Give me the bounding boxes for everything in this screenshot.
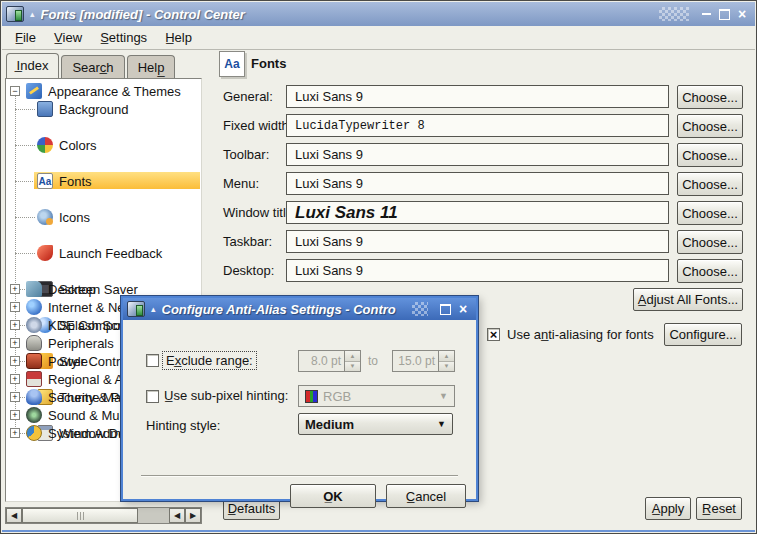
- subpixel-type-value: RGB: [323, 389, 351, 404]
- menu-view[interactable]: V̲iew: [45, 28, 91, 47]
- chevron-down-icon: ▼: [437, 419, 446, 429]
- menu-file[interactable]: F̲ile: [6, 28, 45, 47]
- tree-item-launch-feedback[interactable]: Launch Feedback: [6, 244, 201, 262]
- tree-item-icons[interactable]: Icons: [6, 208, 201, 226]
- app-icon: [6, 6, 24, 22]
- choose-toolbar-button[interactable]: Choose...: [677, 143, 743, 167]
- background-icon: [37, 101, 53, 117]
- choose-desktop-button[interactable]: Choose...: [677, 259, 743, 283]
- reset-button[interactable]: R̲eset: [696, 497, 742, 520]
- general-font-sample: Luxi Sans 9: [286, 85, 669, 108]
- hinting-style-label: Hinting style:: [146, 418, 220, 433]
- shade-icon[interactable]: ▴: [30, 9, 35, 19]
- to-label: to: [368, 354, 378, 368]
- fonts-module-icon: Aa: [219, 51, 245, 77]
- fonts-icon: Aa: [37, 173, 53, 189]
- choose-general-button[interactable]: Choose...: [677, 85, 743, 109]
- toolbar-font-sample: Luxi Sans 9: [286, 143, 669, 166]
- kde-components-icon: [26, 317, 42, 333]
- dialog-title: Configure Anti-Alias Settings - Contro: [162, 302, 412, 317]
- range-to-spinbox[interactable]: 15.0 pt ▲ ▼: [392, 350, 455, 372]
- tab-search[interactable]: Searc̲h: [61, 55, 125, 78]
- subpixel-type-dropdown[interactable]: RGB ▼: [298, 385, 455, 407]
- shade-icon[interactable]: ▴: [151, 304, 156, 314]
- fixed-width-font-sample: LucidaTypewriter 8: [286, 114, 669, 137]
- maximize-button[interactable]: [715, 6, 733, 22]
- configure-button[interactable]: Configure...: [664, 323, 742, 346]
- menu-settings[interactable]: S̲ettings: [91, 28, 156, 47]
- expand-icon[interactable]: +: [10, 284, 20, 294]
- ok-button[interactable]: O̲K: [290, 484, 376, 508]
- page-title: Fonts: [251, 56, 286, 71]
- scrollbar-track[interactable]: [138, 508, 169, 523]
- tree-item-background[interactable]: Background: [6, 100, 201, 118]
- subpixel-hinting-checkbox[interactable]: [146, 390, 159, 403]
- expand-icon[interactable]: +: [10, 374, 20, 384]
- choose-fixed-width-button[interactable]: Choose...: [677, 114, 743, 138]
- expand-icon[interactable]: +: [10, 356, 20, 366]
- system-admin-icon: [26, 425, 42, 441]
- expand-icon[interactable]: +: [10, 320, 20, 330]
- range-from-value: 8.0 pt: [299, 351, 344, 371]
- exclude-range-label[interactable]: Ex̲clude range:: [162, 351, 257, 370]
- icons-icon: [37, 209, 53, 225]
- antialias-checkbox[interactable]: ×: [487, 328, 500, 341]
- expand-icon[interactable]: +: [10, 410, 20, 420]
- appearance-icon: [26, 83, 42, 99]
- desktop-font-sample: Luxi Sans 9: [286, 259, 669, 282]
- launch-feedback-icon: [37, 245, 53, 261]
- close-button[interactable]: ×: [733, 6, 751, 22]
- apply-button[interactable]: A̲pply: [645, 497, 691, 520]
- expand-icon[interactable]: +: [10, 428, 20, 438]
- taskbar-font-sample: Luxi Sans 9: [286, 230, 669, 253]
- minimize-button[interactable]: [697, 6, 715, 22]
- sound-icon: [26, 407, 42, 423]
- colors-icon: [37, 137, 53, 153]
- collapse-icon[interactable]: −: [10, 86, 20, 96]
- dialog-maximize-button[interactable]: [436, 301, 454, 317]
- dialog-body: Ex̲clude range: 8.0 pt ▲ ▼ to 15.0 pt ▲ …: [123, 320, 476, 501]
- expand-icon[interactable]: +: [10, 392, 20, 402]
- spin-down-icon[interactable]: ▼: [439, 362, 454, 372]
- hinting-style-dropdown[interactable]: Medium ▼: [298, 413, 453, 435]
- scrollbar-thumb[interactable]: [22, 508, 138, 523]
- dialog-titlebar[interactable]: ▴ Configure Anti-Alias Settings - Contro…: [123, 298, 476, 320]
- power-control-icon: [26, 353, 42, 369]
- choose-taskbar-button[interactable]: Choose...: [677, 230, 743, 254]
- security-icon: [26, 389, 42, 405]
- menu-font-sample: Luxi Sans 9: [286, 172, 669, 195]
- scroll-left-icon[interactable]: ◀: [6, 508, 22, 523]
- subpixel-hinting-label[interactable]: U̲se sub-pixel hinting:: [164, 388, 288, 403]
- expand-icon[interactable]: +: [10, 338, 20, 348]
- maximize-icon: [440, 304, 451, 315]
- antialias-checkbox-label[interactable]: Use an̲ti-aliasing for fonts: [507, 327, 654, 342]
- peripherals-icon: [26, 335, 42, 351]
- titlebar[interactable]: ▴ Fonts [modified] - Control Center ×: [2, 2, 755, 26]
- spin-up-icon[interactable]: ▲: [345, 351, 360, 362]
- range-from-spinbox[interactable]: 8.0 pt ▲ ▼: [298, 350, 361, 372]
- scroll-left-icon[interactable]: ◀: [169, 508, 185, 523]
- range-to-value: 15.0 pt: [393, 351, 438, 371]
- minimize-icon: [702, 13, 711, 15]
- tab-help[interactable]: Help̲: [127, 55, 175, 78]
- adjust-all-fonts-button[interactable]: A̲djust All Fonts...: [633, 288, 743, 311]
- choose-menu-button[interactable]: Choose...: [677, 172, 743, 196]
- tree-item-colors[interactable]: Colors: [6, 136, 201, 154]
- cancel-button[interactable]: C̲ancel: [386, 484, 466, 508]
- spin-up-icon[interactable]: ▲: [439, 351, 454, 362]
- choose-window-title-button[interactable]: Choose...: [677, 201, 743, 225]
- spin-down-icon[interactable]: ▼: [345, 362, 360, 372]
- tree-horizontal-scrollbar[interactable]: ◀ ◀ ▶: [5, 507, 202, 524]
- menu-help[interactable]: H̲elp: [156, 28, 201, 47]
- scroll-right-icon[interactable]: ▶: [185, 508, 201, 523]
- titlebar-grip-icon: [659, 7, 689, 21]
- dialog-close-button[interactable]: ×: [454, 301, 472, 317]
- tab-index[interactable]: I̲ndex: [6, 53, 59, 78]
- titlebar-grip-icon: [412, 302, 428, 316]
- tree-item-fonts[interactable]: Aa Fonts: [6, 172, 201, 190]
- tree-item-appearance-themes[interactable]: − Appearance & Themes: [6, 82, 201, 100]
- exclude-range-checkbox[interactable]: [146, 354, 159, 367]
- window-border: [2, 530, 755, 532]
- expand-icon[interactable]: +: [10, 302, 20, 312]
- window-title-font-sample: Luxi Sans 11: [286, 201, 669, 224]
